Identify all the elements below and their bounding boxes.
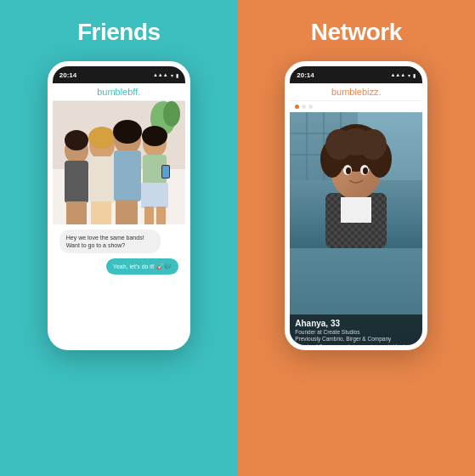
bizz-mode-text: bizz. xyxy=(362,87,382,97)
battery-icon-right: ▮ xyxy=(413,72,416,78)
svg-rect-23 xyxy=(144,207,154,224)
phone-time-right: 20:14 xyxy=(297,71,314,79)
bizz-header: bumblebizz. xyxy=(290,83,422,101)
dot-1 xyxy=(295,105,299,109)
bizz-logo-text: bumble xyxy=(331,87,362,97)
svg-point-19 xyxy=(113,120,142,144)
dot-3 xyxy=(308,105,313,109)
signal-icon-right: ▲▲▲ xyxy=(390,72,405,77)
dot-2 xyxy=(302,105,306,109)
svg-point-3 xyxy=(163,101,180,127)
women-svg xyxy=(53,101,185,224)
bff-app-body: bumblebff. xyxy=(53,83,185,345)
svg-rect-5 xyxy=(65,161,88,203)
svg-rect-11 xyxy=(89,156,115,203)
phone-statusbar-right: 20:14 ▲▲▲ ▾ ▮ xyxy=(290,66,422,83)
svg-rect-13 xyxy=(101,201,111,224)
battery-icon: ▮ xyxy=(176,72,178,78)
svg-rect-6 xyxy=(66,201,76,224)
svg-point-52 xyxy=(363,167,368,174)
svg-rect-17 xyxy=(116,200,127,224)
bff-group-photo xyxy=(53,101,185,224)
profile-desc: Founder of Create, a seed-stage venture … xyxy=(295,343,417,345)
bff-header: bumblebff. xyxy=(53,83,185,101)
bizz-profile-area: Ahanya, 33 Founder at Create Studios Pre… xyxy=(290,112,422,345)
chat-sent: Yeah, let's do it! 🎸🎶 xyxy=(106,258,178,275)
profile-title: Founder at Create Studios xyxy=(295,329,417,335)
bizz-dots-row xyxy=(290,101,422,112)
friends-phone: 20:14 ▲▲▲ ▾ ▮ bumblebff. xyxy=(48,61,190,350)
profile-subtitle: Previously Cambrio, Birger & Company xyxy=(295,336,417,342)
svg-rect-24 xyxy=(156,207,166,224)
bff-logo: bumblebff. xyxy=(58,87,180,97)
bizz-info-overlay: Ahanya, 33 Founder at Create Studios Pre… xyxy=(290,314,422,345)
svg-rect-12 xyxy=(91,201,101,224)
bff-logo-text: bumble xyxy=(97,87,127,97)
profile-name: Ahanya, 33 xyxy=(295,319,417,328)
svg-rect-53 xyxy=(341,197,371,223)
phone-statusbar-left: 20:14 ▲▲▲ ▾ ▮ xyxy=(53,66,185,83)
friends-title: Friends xyxy=(77,19,161,46)
svg-point-9 xyxy=(65,130,88,150)
svg-point-51 xyxy=(346,167,351,174)
svg-point-48 xyxy=(339,128,373,156)
svg-point-25 xyxy=(142,126,167,146)
women-group-illustration xyxy=(53,101,185,224)
signal-icon: ▲▲▲ xyxy=(153,72,168,77)
network-panel: Network 20:14 ▲▲▲ ▾ ▮ bumblebizz. xyxy=(238,0,476,476)
friends-panel: Friends 20:14 ▲▲▲ ▾ ▮ bumblebff. xyxy=(0,0,238,476)
profile-illustration xyxy=(290,112,422,248)
svg-rect-16 xyxy=(114,150,141,201)
wifi-icon: ▾ xyxy=(171,72,173,78)
phone-time-left: 20:14 xyxy=(59,71,76,79)
wifi-icon-right: ▾ xyxy=(408,72,410,78)
svg-rect-18 xyxy=(127,200,138,224)
bizz-logo: bumblebizz. xyxy=(295,87,417,97)
svg-rect-22 xyxy=(141,183,168,208)
svg-rect-27 xyxy=(162,166,169,178)
chat-received: Hey we love the same bands! Want to go t… xyxy=(59,230,161,253)
network-phone: 20:14 ▲▲▲ ▾ ▮ bumblebizz. xyxy=(285,61,427,350)
phone-icons-left: ▲▲▲ ▾ ▮ xyxy=(153,72,178,78)
bff-mode-text: bff. xyxy=(127,87,140,97)
svg-rect-7 xyxy=(76,201,87,224)
bizz-app-body: bumblebizz. xyxy=(290,83,422,345)
phone-icons-right: ▲▲▲ ▾ ▮ xyxy=(390,72,416,78)
network-title: Network xyxy=(311,19,402,46)
svg-point-14 xyxy=(88,127,116,149)
bff-chat-area: Hey we love the same bands! Want to go t… xyxy=(53,224,185,280)
